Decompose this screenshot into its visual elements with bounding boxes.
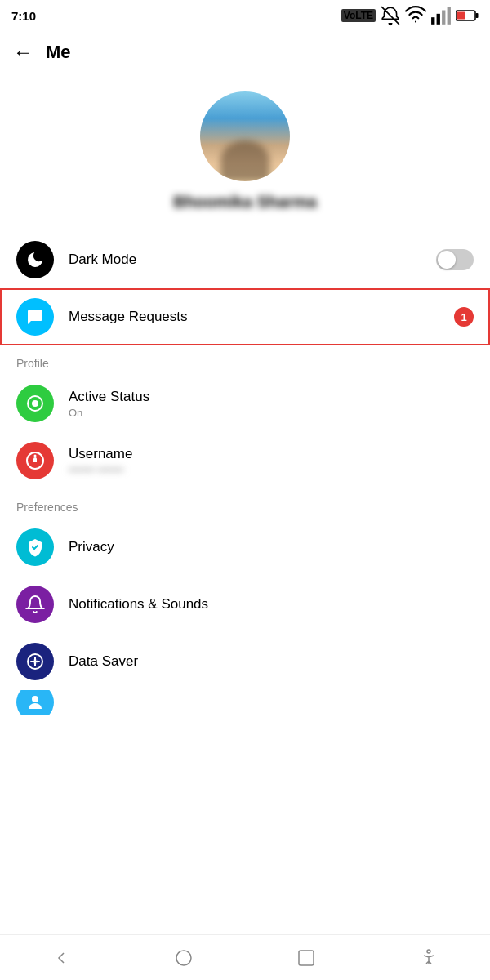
- svg-point-17: [176, 951, 191, 965]
- signal-icon: [430, 5, 452, 26]
- svg-point-9: [38, 314, 39, 316]
- data-saver-label: Data Saver: [69, 653, 474, 670]
- active-status-item[interactable]: Active Status On: [0, 375, 490, 432]
- active-status-icon: [16, 385, 54, 422]
- status-bar: 7:10 VoLTE: [0, 0, 490, 29]
- dark-mode-item[interactable]: Dark Mode: [0, 231, 490, 288]
- privacy-text: Privacy: [69, 539, 474, 555]
- nav-home-button[interactable]: [172, 947, 195, 969]
- username-sublabel: ••••••• •••••••: [69, 464, 474, 476]
- notifications-icon: [16, 586, 54, 623]
- profile-section-header: Profile: [0, 345, 490, 375]
- back-button[interactable]: ←: [13, 41, 33, 64]
- user-name: Bhoomika Sharma: [173, 193, 317, 212]
- nav-accessibility-button[interactable]: [417, 947, 440, 969]
- volte-icon: VoLTE: [341, 9, 376, 22]
- message-requests-badge: 1: [454, 307, 474, 327]
- privacy-item[interactable]: Privacy: [0, 519, 490, 576]
- svg-rect-1: [437, 14, 440, 24]
- dark-mode-icon: [16, 241, 54, 278]
- notifications-label: Notifications & Sounds: [69, 596, 474, 612]
- svg-point-11: [32, 400, 38, 407]
- svg-rect-2: [442, 11, 445, 24]
- svg-point-8: [34, 314, 36, 316]
- svg-rect-3: [448, 7, 451, 24]
- svg-point-13: [34, 455, 37, 457]
- message-requests-label: Message Requests: [69, 309, 454, 325]
- data-saver-text: Data Saver: [69, 653, 474, 670]
- svg-rect-6: [457, 12, 466, 20]
- dark-mode-text: Dark Mode: [69, 252, 436, 268]
- svg-rect-5: [476, 13, 479, 18]
- data-saver-item[interactable]: Data Saver: [0, 633, 490, 690]
- nav-recents-button[interactable]: [295, 947, 318, 969]
- avatar[interactable]: [200, 91, 290, 181]
- username-label: Username: [69, 446, 474, 462]
- wifi-icon: [405, 5, 426, 26]
- svg-point-19: [427, 950, 430, 953]
- page-title: Me: [46, 42, 71, 63]
- svg-point-15: [33, 659, 38, 664]
- message-requests-item[interactable]: Message Requests 1: [0, 288, 490, 345]
- privacy-icon: [16, 528, 54, 566]
- svg-rect-18: [299, 951, 314, 965]
- username-item[interactable]: Username ••••••• •••••••: [0, 432, 490, 489]
- message-requests-icon: [16, 298, 54, 336]
- status-time: 7:10: [11, 9, 36, 23]
- svg-point-16: [32, 696, 38, 702]
- privacy-label: Privacy: [69, 539, 474, 555]
- svg-point-7: [31, 314, 33, 316]
- extra-item[interactable]: [0, 690, 490, 715]
- active-status-text: Active Status On: [69, 389, 474, 419]
- active-status-sublabel: On: [69, 407, 474, 419]
- dark-mode-label: Dark Mode: [69, 252, 436, 268]
- status-icons: VoLTE: [341, 5, 479, 26]
- extra-icon: [16, 690, 54, 715]
- active-status-label: Active Status: [69, 389, 474, 405]
- preferences-section-header: Preferences: [0, 489, 490, 519]
- bell-muted-icon: [380, 5, 401, 26]
- svg-rect-0: [431, 17, 434, 24]
- top-nav: ← Me: [0, 29, 490, 75]
- nav-back-button[interactable]: [50, 947, 73, 969]
- notifications-text: Notifications & Sounds: [69, 596, 474, 612]
- settings-list: Dark Mode Message Requests 1 Profile: [0, 225, 490, 721]
- battery-icon: [456, 10, 479, 21]
- data-saver-icon: [16, 643, 54, 680]
- username-text: Username ••••••• •••••••: [69, 446, 474, 476]
- profile-section: Bhoomika Sharma: [0, 75, 490, 225]
- dark-mode-toggle[interactable]: [436, 249, 474, 270]
- notifications-item[interactable]: Notifications & Sounds: [0, 576, 490, 633]
- username-icon: [16, 442, 54, 479]
- bottom-nav: [0, 934, 490, 980]
- message-requests-text: Message Requests: [69, 309, 454, 325]
